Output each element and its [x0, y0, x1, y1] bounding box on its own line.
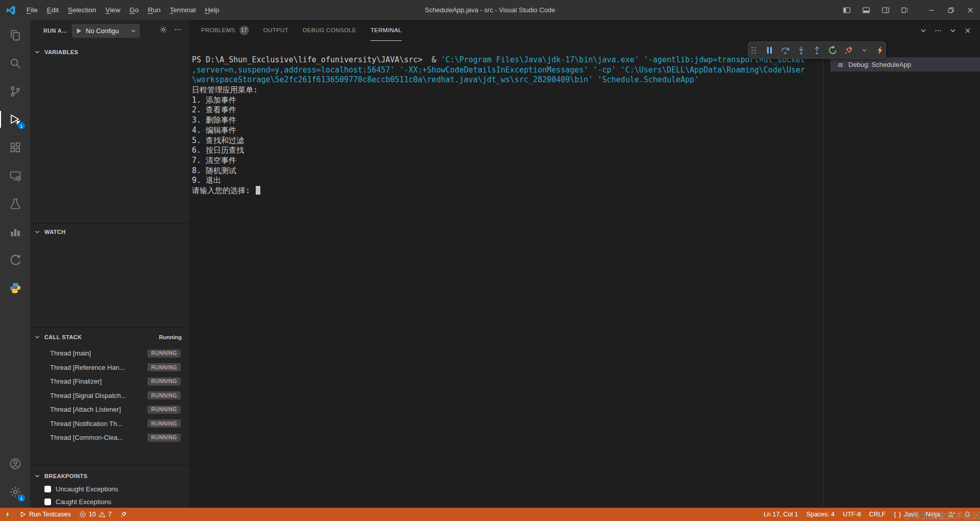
variables-section-header[interactable]: VARIABLES	[30, 46, 189, 58]
status-language-mode[interactable]: { }Java	[890, 508, 921, 521]
status-eol-sequence[interactable]: CRLF	[865, 508, 890, 521]
call-stack-thread[interactable]: Thread [Signal Dispatch...RUNNING	[30, 389, 189, 403]
restore-button[interactable]	[941, 0, 961, 20]
panel-tab-output[interactable]: OUTPUT	[263, 20, 288, 41]
ellipsis-button[interactable]	[932, 24, 944, 37]
activity-source-control[interactable]	[0, 77, 30, 105]
activity-search[interactable]	[0, 49, 30, 77]
minimize-button[interactable]	[922, 0, 941, 20]
error-count: 10	[89, 511, 96, 518]
breakpoint-item[interactable]: Uncaught Exceptions	[30, 483, 189, 495]
layout-panel-button[interactable]	[856, 0, 876, 20]
menu-terminal[interactable]: Terminal	[165, 4, 200, 16]
checkbox[interactable]	[44, 499, 51, 505]
layout-sidebar-left-button[interactable]	[837, 0, 856, 20]
activity-settings[interactable]: 1	[0, 478, 30, 506]
breakpoint-label: Caught Exceptions	[56, 498, 111, 506]
terminal-session-item[interactable]: Debug: ScheduleApp	[830, 57, 980, 72]
start-debug-icon[interactable]	[75, 27, 83, 35]
layout-sidebar-right-button[interactable]	[876, 0, 895, 20]
call-stack-thread[interactable]: Thread [Attach Listener]RUNNING	[30, 402, 189, 417]
launch-config-dropdown[interactable]: No Configu	[72, 24, 140, 38]
thread-state-badge: RUNNING	[148, 391, 181, 399]
close-button[interactable]	[961, 24, 974, 37]
hot-code-replace-button[interactable]	[874, 44, 886, 56]
gear-icon[interactable]	[159, 26, 167, 34]
menu-edit[interactable]: Edit	[42, 4, 63, 16]
activity-extensions[interactable]	[0, 133, 30, 161]
restart-button[interactable]	[827, 44, 838, 56]
chevron-down-button[interactable]	[917, 24, 929, 37]
activity-chart-extension[interactable]	[0, 218, 30, 246]
terminal-line: 4. 编辑事件	[192, 126, 805, 136]
panel-tab-label: OUTPUT	[263, 27, 288, 33]
section-divider	[30, 327, 189, 328]
layout-customize-button[interactable]	[895, 0, 915, 20]
checkbox[interactable]	[44, 486, 51, 492]
watch-section-header[interactable]: WATCH	[30, 226, 189, 238]
chevron-down-button[interactable]	[946, 24, 959, 37]
panel-tab-terminal[interactable]: TERMINAL	[371, 20, 402, 41]
status-problems-summary[interactable]: 107	[75, 508, 116, 521]
layout-panel-icon	[862, 6, 870, 14]
status-encoding[interactable]: UTF-8	[839, 508, 865, 521]
status-indentation[interactable]: Spaces: 4	[802, 508, 839, 521]
menu-view[interactable]: View	[101, 4, 125, 16]
minimize-icon	[927, 6, 936, 14]
panel-tab-problems[interactable]: PROBLEMS17	[201, 20, 249, 41]
panel-layout-button[interactable]	[902, 24, 915, 37]
drag-handle[interactable]	[748, 44, 760, 56]
activity-testing[interactable]	[0, 190, 30, 218]
problems-count-badge: 17	[239, 26, 249, 35]
disconnect-chevron[interactable]	[859, 44, 870, 56]
step-over-button[interactable]	[780, 44, 791, 56]
vscode-logo-icon	[5, 5, 16, 16]
vscode-window: { "title_bar": { "app_title": "ScheduleA…	[0, 0, 980, 521]
status-cursor-position[interactable]: Ln 17, Col 1	[760, 508, 802, 521]
menu-selection[interactable]: Selection	[63, 4, 101, 16]
call-stack-thread[interactable]: Thread [Finalizer]RUNNING	[30, 374, 189, 389]
breakpoints-section-header[interactable]: BREAKPOINTS	[30, 470, 189, 482]
terminal-scrollbar[interactable]	[823, 41, 824, 507]
beaker-icon	[9, 198, 21, 210]
status-feedback[interactable]	[944, 508, 960, 521]
activity-accounts[interactable]	[0, 449, 30, 478]
call-stack-thread[interactable]: Thread [Common-Clea...RUNNING	[30, 431, 189, 445]
terminal-line: \workspaceStorage\5e2fc261f6136509770c8e…	[192, 75, 805, 85]
terminal-text: PS D:\A_Shun_Exclusive\life_ofuniversity…	[192, 55, 441, 64]
call-stack-section-header[interactable]: CALL STACK Running	[30, 331, 189, 343]
plug-icon	[844, 45, 853, 55]
step-into-button[interactable]	[796, 44, 807, 56]
status-ninja-extension[interactable]: Ninja	[922, 508, 945, 521]
step-out-button[interactable]	[812, 44, 823, 56]
call-stack-thread[interactable]: Thread [Reference Han...RUNNING	[30, 361, 189, 375]
activity-remote-explorer[interactable]	[0, 161, 30, 190]
pause-button[interactable]	[764, 44, 775, 56]
menu-help[interactable]: Help	[200, 4, 224, 16]
call-stack-thread[interactable]: Thread [Notification Th...RUNNING	[30, 417, 189, 431]
close-button[interactable]	[961, 0, 980, 20]
activity-run-and-debug[interactable]: 1	[0, 105, 30, 133]
activity-explorer[interactable]	[0, 21, 30, 49]
badge: 1	[17, 122, 26, 130]
disconnect-button[interactable]	[843, 44, 854, 56]
status-remote-indicator[interactable]	[0, 508, 15, 521]
activity-leetcode-extension[interactable]	[0, 246, 30, 274]
call-stack-thread[interactable]: Thread [main]RUNNING	[30, 346, 189, 361]
activity-python-extension[interactable]	[0, 274, 30, 302]
menu-file[interactable]: File	[22, 4, 42, 16]
window-controls	[922, 0, 980, 20]
thread-state-badge: RUNNING	[148, 377, 181, 386]
sidebar-view-title: RUN A...	[43, 28, 67, 34]
ellipsis-icon[interactable]	[174, 26, 182, 34]
terminal-text: 日程管理应用菜单:	[192, 85, 258, 94]
status-label: UTF-8	[843, 511, 861, 518]
breakpoint-item[interactable]: Caught Exceptions	[30, 495, 189, 508]
menu-run[interactable]: Run	[143, 4, 165, 16]
panel-tab-debug-console[interactable]: DEBUG CONSOLE	[303, 20, 356, 41]
terminal-output[interactable]: PS D:\A_Shun_Exclusive\life_ofuniversity…	[192, 55, 805, 196]
status-run-testcases-button[interactable]: Run Testcases	[15, 508, 75, 521]
menu-go[interactable]: Go	[125, 4, 143, 16]
status-debug-disconnect-button[interactable]	[116, 508, 131, 521]
status-notifications-bell[interactable]	[960, 508, 975, 521]
